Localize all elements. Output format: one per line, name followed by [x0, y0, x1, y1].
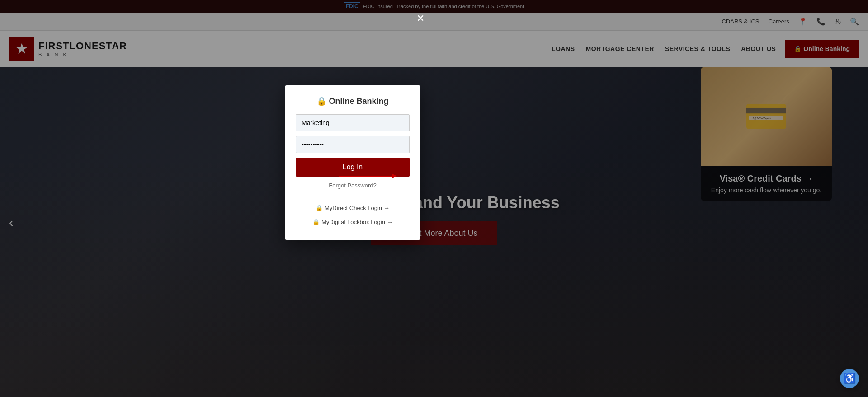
modal-overlay[interactable]	[0, 0, 868, 397]
modal-divider	[296, 196, 410, 196]
modal-close-button[interactable]: ✕	[416, 13, 425, 24]
modal-title: 🔒 Online Banking	[296, 96, 410, 106]
arrow-line	[339, 176, 393, 177]
username-input[interactable]	[296, 114, 410, 131]
mydigital-login-link[interactable]: 🔒 MyDigital Lockbox Login →	[296, 215, 410, 229]
login-modal: 🔒 Online Banking Log In Forgot Password?…	[285, 85, 420, 240]
forgot-password-link[interactable]: Forgot Password?	[296, 182, 410, 189]
password-input[interactable]	[296, 136, 410, 153]
mydirect-login-link[interactable]: 🔒 MyDirect Check Login →	[296, 201, 410, 215]
forgot-password-arrow	[339, 176, 393, 177]
accessibility-button[interactable]: ♿	[840, 369, 859, 388]
